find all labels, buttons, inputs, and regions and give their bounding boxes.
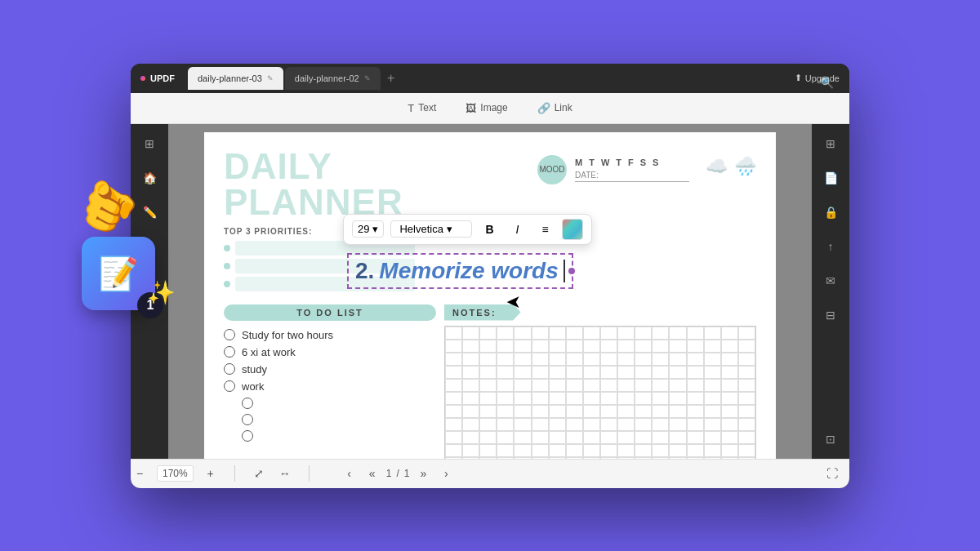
grid-cell — [738, 379, 755, 392]
grid-cell — [497, 392, 514, 405]
nav-last[interactable]: » — [414, 464, 432, 482]
grid-cell — [738, 418, 755, 431]
grid-cell — [532, 405, 549, 418]
right-icon-6[interactable]: ⊟ — [819, 304, 842, 327]
grid-cell — [549, 366, 566, 379]
grid-cell — [445, 327, 462, 340]
grid-cell — [635, 444, 652, 457]
right-icon-5[interactable]: ✉ — [819, 269, 842, 292]
grid-cell — [445, 431, 462, 444]
grid-cell — [549, 457, 566, 459]
grid-cell — [635, 392, 652, 405]
grid-cell — [635, 457, 652, 459]
todo-item-7 — [224, 430, 436, 442]
grid-cell — [704, 405, 721, 418]
grid-cell — [652, 379, 669, 392]
italic-button[interactable]: I — [506, 219, 528, 240]
grid-cell — [583, 444, 600, 457]
next-page-button[interactable]: › — [437, 464, 455, 482]
font-name-selector[interactable]: Helvetica ▾ — [390, 220, 472, 238]
fit-width-button[interactable]: ↔ — [276, 464, 294, 482]
grid-cell — [600, 431, 617, 444]
grid-cell — [583, 366, 600, 379]
grid-cell — [549, 353, 566, 366]
right-icon-2[interactable]: 📄 — [819, 167, 842, 189]
memorize-text-box[interactable]: 2. Memorize words — [347, 253, 573, 289]
grid-cell — [445, 418, 462, 431]
todo-circle-3[interactable] — [224, 363, 235, 375]
bold-button[interactable]: B — [479, 219, 500, 240]
grid-cell — [514, 431, 531, 444]
tab-1[interactable]: daily-planner-03 ✎ — [188, 67, 283, 90]
todo-circle-2[interactable] — [224, 346, 235, 358]
link-tool-button[interactable]: 🔗 Link — [531, 99, 579, 118]
right-icon-3[interactable]: 🔒 — [819, 201, 842, 224]
align-button[interactable]: ≡ — [534, 219, 555, 240]
grid-cell — [514, 405, 531, 418]
grid-cell — [738, 353, 755, 366]
tab-2-edit-icon: ✎ — [364, 74, 371, 82]
grid-cell — [445, 405, 462, 418]
grid-cell — [462, 353, 479, 366]
zoom-out-button[interactable]: − — [131, 464, 149, 482]
search-icon[interactable]: 🔍 — [815, 71, 838, 94]
priority-dot-2 — [224, 263, 230, 269]
fullscreen-button[interactable]: ⛶ — [823, 464, 841, 482]
grid-cell — [479, 366, 497, 379]
todo-circle-7[interactable] — [242, 430, 253, 442]
grid-cell — [738, 392, 755, 405]
right-icon-1[interactable]: ⊞ — [819, 132, 842, 155]
grid-cell — [635, 431, 652, 444]
grid-cell — [617, 379, 635, 392]
color-picker-button[interactable] — [562, 219, 583, 240]
grid-cell — [600, 405, 617, 418]
planner-right: MOOD MTWTFSS DATE: ☁️ — [537, 155, 756, 184]
grid-cell — [479, 444, 497, 457]
grid-cell — [549, 327, 566, 340]
grid-cell — [497, 418, 514, 431]
grid-cell — [583, 418, 600, 431]
prev-page-button[interactable]: ‹ — [341, 464, 359, 482]
grid-cell — [583, 405, 600, 418]
selection-handle[interactable] — [568, 268, 575, 274]
text-tool-button[interactable]: T Text — [401, 99, 443, 118]
tab-2[interactable]: daily-planner-02 ✎ — [285, 67, 381, 90]
grid-cell — [479, 327, 497, 340]
add-tab-button[interactable]: + — [382, 69, 400, 87]
todo-circle-4[interactable] — [224, 380, 235, 392]
page-current: 1 — [386, 468, 392, 479]
grid-cell — [497, 327, 514, 340]
right-icon-bottom[interactable]: ⊡ — [819, 428, 842, 451]
grid-cell — [600, 366, 617, 379]
fit-page-button[interactable]: ⤢ — [250, 464, 268, 482]
grid-cell — [687, 379, 704, 392]
grid-cell — [532, 340, 549, 353]
grid-cell — [462, 418, 479, 431]
grid-cell — [479, 340, 497, 353]
font-size-selector[interactable]: 29 ▾ — [352, 220, 384, 238]
grid-cell — [497, 379, 514, 392]
right-icon-4[interactable]: ↑ — [819, 235, 842, 258]
zoom-in-button[interactable]: + — [202, 464, 220, 482]
grid-cell — [635, 340, 652, 353]
todo-circle-5[interactable] — [242, 398, 253, 409]
grid-cell — [600, 418, 617, 431]
home-icon[interactable]: ⊞ — [138, 132, 161, 155]
nav-first[interactable]: « — [363, 464, 381, 482]
tab-2-label: daily-planner-02 — [295, 73, 359, 83]
grid-cell — [566, 418, 583, 431]
grid-cell — [652, 405, 669, 418]
grid-cell — [721, 379, 738, 392]
todo-circle-6[interactable] — [242, 414, 253, 425]
grid-cell — [600, 353, 617, 366]
grid-cell — [583, 431, 600, 444]
grid-cell — [462, 405, 479, 418]
grid-cell — [635, 327, 652, 340]
grid-cell — [514, 418, 531, 431]
bookmark-icon[interactable]: 🏠 — [138, 167, 161, 189]
image-tool-button[interactable]: 🖼 Image — [459, 99, 514, 118]
app-logo: UPDF — [140, 73, 175, 83]
grid-cell — [462, 379, 479, 392]
grid-cell — [704, 418, 721, 431]
todo-circle-1[interactable] — [224, 329, 235, 340]
